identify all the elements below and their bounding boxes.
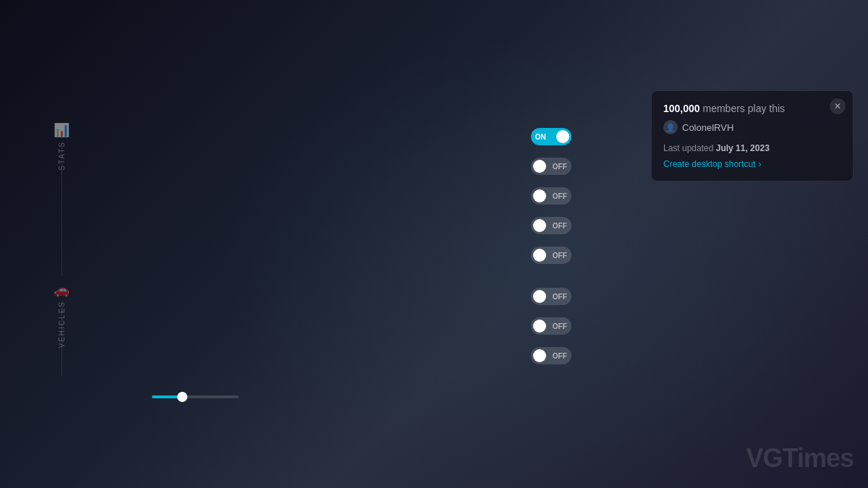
toggle-knob [533, 189, 546, 202]
creator-avatar: 👤 [663, 120, 678, 134]
info-close-button[interactable]: ✕ [830, 98, 846, 114]
last-updated-date: July 11, 2023 [716, 143, 770, 153]
toggle-knob [533, 349, 546, 362]
toggle-knob [533, 290, 546, 303]
toggle-knob [533, 320, 546, 333]
desktop-shortcut-text: Create desktop shortcut [663, 159, 755, 169]
toggle-label: OFF [553, 163, 567, 171]
creator-row: 👤 ColonelRVH [663, 120, 841, 134]
stats-icon-col: 📊 Stats [51, 122, 72, 270]
toggle-label: OFF [553, 252, 567, 260]
members-number: 100,000 [663, 103, 700, 114]
toggle-switch[interactable]: OFF [531, 217, 571, 234]
vehicles-icon-col: 🚗 Vehicles [51, 282, 72, 371]
toggle-label: OFF [553, 192, 567, 200]
info-panel: ✕ 100,000 members play this 👤 ColonelRVH… [651, 90, 854, 181]
stats-vert-line [61, 142, 62, 276]
stats-category-icon: 📊 [54, 122, 69, 138]
toggle-label: OFF [553, 322, 567, 330]
toggle-switch[interactable]: ON [531, 128, 571, 145]
toggle-knob [533, 219, 546, 232]
toggle-knob [556, 130, 569, 143]
members-count: 100,000 members play this [663, 103, 841, 114]
toggle-switch[interactable]: OFF [531, 288, 571, 305]
members-text: members play this [703, 103, 786, 114]
toggle-switch[interactable]: OFF [531, 247, 571, 264]
slider-track[interactable] [152, 395, 239, 398]
desktop-shortcut-arrow: › [758, 159, 761, 169]
toggle-label: ON [535, 133, 546, 141]
vehicles-vert-line [61, 302, 62, 377]
toggle-label: OFF [553, 352, 567, 360]
creator-name[interactable]: ColonelRVH [682, 122, 733, 133]
last-updated: Last updated July 11, 2023 [663, 143, 841, 153]
toggle-switch[interactable]: OFF [531, 187, 571, 205]
toggle-label: OFF [553, 293, 567, 301]
vehicles-category-icon: 🚗 [54, 282, 69, 298]
desktop-shortcut-link[interactable]: Create desktop shortcut › [663, 159, 841, 169]
toggle-knob [533, 160, 546, 173]
slider-thumb[interactable] [177, 392, 187, 402]
toggle-switch[interactable]: OFF [531, 158, 571, 175]
last-updated-label: Last updated [663, 143, 713, 153]
toggle-knob [533, 249, 546, 262]
toggle-switch[interactable]: OFF [531, 317, 571, 335]
toggle-label: OFF [553, 222, 567, 230]
toggle-switch[interactable]: OFF [531, 347, 571, 364]
